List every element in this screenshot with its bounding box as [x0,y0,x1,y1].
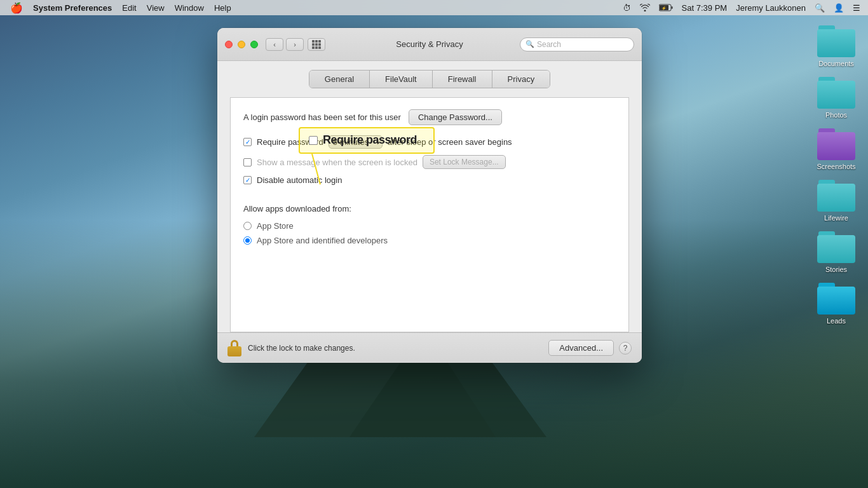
folder-icon-photos [817,77,855,109]
lock-text: Click the lock to make changes. [248,344,355,353]
folder-icon-documents [817,25,855,57]
set-lock-message-button[interactable]: Set Lock Message... [423,155,506,169]
disable-autologin-row: Disable automatic login [243,175,616,185]
traffic-lights [225,41,258,48]
folder-label-documents: Documents [818,60,854,67]
menubar-view[interactable]: View [142,0,170,15]
folder-label-leads: Leads [827,317,846,325]
folder-label-screenshots: Screenshots [817,163,855,170]
after-sleep-text: after sleep or screen saver begins [388,137,512,147]
help-button[interactable]: ? [619,342,632,355]
folder-label-stories: Stories [825,266,847,273]
radio-app-store-developers-label: App Store and identified developers [257,236,388,245]
search-box[interactable]: 🔍 Search [520,37,634,51]
window-inner: General FileVault Firewall Privacy A log… [217,61,642,332]
radio-app-store-developers-row: App Store and identified developers [243,236,616,245]
tab-privacy[interactable]: Privacy [492,71,550,88]
radio-app-store-row: App Store [243,221,616,231]
search-placeholder: Search [537,40,561,49]
allow-apps-section: Allow apps downloaded from: App Store Ap… [243,204,616,245]
show-message-row: Show a message when the screen is locked… [243,155,616,169]
menubar-user-icon[interactable]: 👤 [831,3,846,13]
tab-segment: General FileVault Firewall Privacy [309,70,550,88]
battery-icon[interactable]: ⚡ [656,4,675,11]
preferences-window: ‹ › Security & Privacy 🔍 [217,28,642,363]
menubar-left: 🍎 System Preferences Edit View Window He… [5,0,236,15]
lock-section: Click the lock to make changes. [227,340,355,356]
desktop-icons: Documents Photos Screenshots Lifewire [811,25,862,325]
disable-autologin-label: Disable automatic login [257,175,342,185]
content-panel: A login password has been set for this u… [230,97,629,332]
advanced-button[interactable]: Advanced... [548,340,614,356]
grid-view-button[interactable] [308,38,325,51]
login-password-text: A login password has been set for this u… [243,112,401,122]
bottom-right-buttons: Advanced... ? [548,340,632,356]
radio-app-store-label: App Store [257,221,294,231]
require-password-row: Require password 5 minutes after sleep o… [243,135,616,149]
minimize-button[interactable] [238,41,245,48]
search-icon: 🔍 [526,40,534,48]
menubar-datetime: Sat 7:39 PM [679,3,730,13]
tabs-container: General FileVault Firewall Privacy [217,61,642,97]
folder-icon-lifewire [817,180,855,212]
titlebar: ‹ › Security & Privacy 🔍 [217,28,642,61]
close-button[interactable] [225,41,233,48]
folder-label-photos: Photos [825,111,847,119]
desktop-icon-lifewire[interactable]: Lifewire [811,180,862,222]
radio-app-store-developers[interactable] [243,236,252,245]
bottom-bar: Click the lock to make changes. Advanced… [217,332,642,363]
nav-buttons: ‹ › [266,38,304,51]
allow-apps-title: Allow apps downloaded from: [243,204,616,214]
grid-icon [312,40,321,49]
desktop-icon-documents[interactable]: Documents [811,25,862,67]
tab-firewall[interactable]: Firewall [433,71,492,88]
lock-icon[interactable] [227,340,241,356]
menubar-search-icon[interactable]: 🔍 [812,3,827,13]
desktop-icon-leads[interactable]: Leads [811,283,862,325]
menubar-edit[interactable]: Edit [117,0,141,15]
time-dropdown[interactable]: 5 minutes [329,135,383,149]
wifi-icon[interactable] [637,4,653,11]
menubar-right: ⏱ ⚡ Sat 7:39 PM Jeremy Laukkonen [620,3,863,13]
menubar-user[interactable]: Jeremy Laukkonen [733,3,808,13]
menubar-window[interactable]: Window [170,0,209,15]
svg-text:⚡: ⚡ [661,6,667,11]
menubar-help[interactable]: Help [209,0,236,15]
time-machine-icon: ⏱ [620,3,634,13]
forward-button[interactable]: › [286,38,304,51]
show-message-checkbox[interactable] [243,158,252,166]
menubar: 🍎 System Preferences Edit View Window He… [0,0,868,15]
require-password-checkbox[interactable] [243,138,252,146]
radio-app-store[interactable] [243,222,252,230]
desktop-icon-screenshots[interactable]: Screenshots [811,128,862,170]
window-title: Security & Privacy [396,39,463,49]
apple-menu[interactable]: 🍎 [5,0,28,15]
folder-icon-screenshots [817,128,855,160]
folder-icon-stories [817,231,855,263]
show-message-label: Show a message when the screen is locked [257,158,417,167]
desktop-icon-photos[interactable]: Photos [811,77,862,119]
time-dropdown-wrapper: 5 minutes [329,135,383,149]
maximize-button[interactable] [250,41,258,48]
tab-general[interactable]: General [309,71,370,88]
svg-rect-1 [671,6,672,9]
disable-autologin-checkbox[interactable] [243,176,252,184]
desktop: 🍎 System Preferences Edit View Window He… [0,0,868,488]
change-password-button[interactable]: Change Password... [409,109,502,125]
login-password-row: A login password has been set for this u… [243,109,616,125]
back-button[interactable]: ‹ [266,38,283,51]
folder-label-lifewire: Lifewire [824,214,848,222]
tab-filevault[interactable]: FileVault [370,71,433,88]
menubar-menu-icon[interactable]: ☰ [850,3,863,13]
folder-icon-leads [817,283,855,315]
desktop-icon-stories[interactable]: Stories [811,231,862,273]
menubar-app-name[interactable]: System Preferences [28,0,117,15]
require-password-label: Require password [257,137,323,147]
